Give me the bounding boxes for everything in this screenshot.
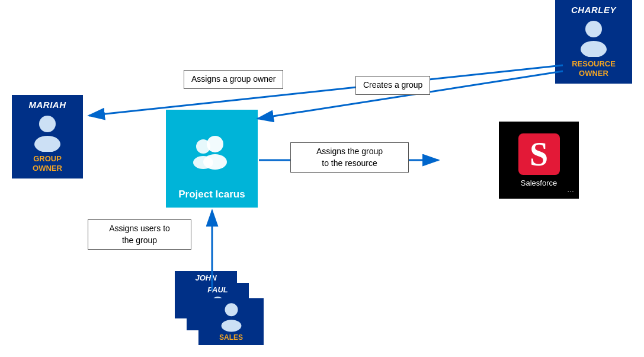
charley-card-box: CHARLEY RESOURCEOWNER (555, 0, 632, 84)
svg-point-8 (581, 41, 607, 57)
group-name: Project Icarus (178, 189, 245, 200)
diagram: CHARLEY RESOURCEOWNER MARIAH GROUPOWNER (0, 0, 644, 357)
mariah-icon (30, 113, 65, 152)
salesforce-tile: S Salesforce ... (499, 122, 579, 199)
svg-point-13 (207, 136, 223, 152)
mariah-name: MARIAH (29, 100, 66, 110)
mariah-role: GROUPOWNER (33, 154, 62, 173)
salesforce-logo: S (518, 133, 560, 175)
group-tile: Project Icarus (166, 110, 258, 208)
svg-point-14 (203, 154, 227, 170)
salesforce-label: Salesforce (521, 179, 557, 187)
svg-point-20 (221, 320, 241, 332)
assigns-group-owner-label: Assigns a group owner (184, 70, 283, 89)
charley-icon (576, 18, 611, 57)
salesforce-dots: ... (567, 184, 574, 194)
svg-point-19 (225, 303, 238, 316)
assigns-users-label: Assigns users tothe group (88, 219, 191, 250)
john-name: JOHN (195, 273, 216, 282)
mariah-card-box: MARIAH GROUPOWNER (12, 95, 83, 179)
sales-icon (215, 301, 248, 333)
charley-card: CHARLEY RESOURCEOWNER (555, 0, 632, 84)
svg-point-7 (585, 21, 602, 37)
group-people-icon (188, 136, 236, 174)
sales-name: SALES (219, 333, 243, 342)
charley-name: CHARLEY (571, 5, 616, 15)
svg-line-2 (89, 65, 563, 116)
group-icon (188, 110, 236, 189)
paul-name: PAUL (207, 285, 228, 294)
svg-point-10 (34, 136, 60, 152)
mariah-card: MARIAH GROUPOWNER (12, 95, 83, 179)
assigns-group-resource-label: Assigns the groupto the resource (290, 142, 409, 173)
charley-role: RESOURCEOWNER (572, 59, 616, 78)
svg-point-9 (39, 116, 56, 132)
sales-card: SALES (198, 298, 264, 345)
creates-group-label: Creates a group (355, 76, 430, 95)
